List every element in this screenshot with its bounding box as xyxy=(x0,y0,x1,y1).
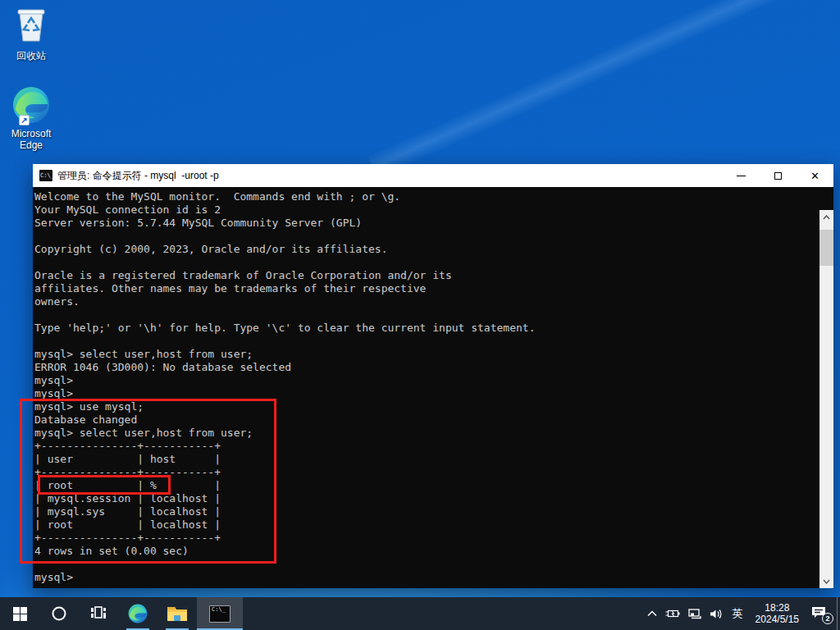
terminal-line: | mysql.session | localhost | xyxy=(34,492,819,505)
tray-network-icon[interactable] xyxy=(684,597,705,630)
show-desktop-button[interactable] xyxy=(837,597,840,630)
close-icon: ✕ xyxy=(810,171,819,181)
terminal-line: mysql> use mysql; xyxy=(34,400,819,413)
clock-date: 2024/5/15 xyxy=(756,614,799,625)
terminal-line: +---------------+-----------+ xyxy=(34,466,819,479)
maximize-icon xyxy=(774,172,782,180)
recycle-bin-icon xyxy=(0,5,62,48)
tray-clock[interactable]: 18:28 2024/5/15 xyxy=(749,597,806,630)
speaker-icon xyxy=(710,609,723,619)
desktop: 回收站 ↗ Microsoft Edge C: xyxy=(0,0,840,630)
edge-icon: ↗ xyxy=(11,84,52,126)
taskbar-cmd-button[interactable]: C:\_ xyxy=(197,597,243,630)
terminal-line xyxy=(34,230,819,243)
close-button[interactable]: ✕ xyxy=(797,164,833,187)
window-title: 管理员: 命令提示符 - mysql -uroot -p xyxy=(57,169,723,183)
scrollbar-thumb[interactable] xyxy=(819,230,833,266)
chevron-up-icon xyxy=(647,610,657,617)
terminal-line: Server version: 5.7.44 MySQL Community S… xyxy=(34,217,819,230)
terminal-line: | user | host | xyxy=(34,453,819,466)
tray-ime-indicator[interactable]: 英 xyxy=(727,597,749,630)
terminal-line: Your MySQL connection id is 2 xyxy=(34,203,819,217)
action-center-button[interactable]: 2 xyxy=(806,597,837,630)
taskbar-edge-button[interactable] xyxy=(118,597,158,630)
tray-volume-icon[interactable] xyxy=(705,597,727,630)
terminal-line: Copyright (c) 2000, 2023, Oracle and/or … xyxy=(34,243,819,256)
chevron-down-icon xyxy=(823,579,830,584)
desktop-icon-edge[interactable]: ↗ Microsoft Edge xyxy=(0,84,62,151)
window-titlebar[interactable]: C:\_ 管理员: 命令提示符 - mysql -uroot -p ✕ xyxy=(33,164,833,187)
tray-power-icon[interactable] xyxy=(661,597,684,630)
cmd-icon: C:\_ xyxy=(209,605,231,623)
terminal-line: +---------------+-----------+ xyxy=(34,532,819,545)
terminal-line: Type 'help;' or '\h' for help. Type '\c'… xyxy=(34,322,819,335)
terminal-line: mysql> select user,host from user; xyxy=(34,348,819,361)
terminal-line: Oracle is a registered trademark of Orac… xyxy=(34,269,819,282)
desktop-icon-recycle-bin[interactable]: 回收站 xyxy=(0,5,62,62)
terminal-output: Welcome to the MySQL monitor. Commands e… xyxy=(34,190,819,588)
notification-count-badge: 2 xyxy=(822,613,833,624)
taskbar-file-explorer-button[interactable] xyxy=(158,597,197,630)
terminal-line: mysql> select user,host from user; xyxy=(34,427,819,440)
chevron-up-icon xyxy=(823,215,830,220)
terminal-line: 4 rows in set (0.00 sec) xyxy=(34,545,819,558)
vertical-scrollbar[interactable] xyxy=(819,210,833,588)
desktop-icon-label: 回收站 xyxy=(0,50,62,62)
terminal-line: owners. xyxy=(34,295,819,308)
search-circle-icon xyxy=(51,605,67,622)
terminal-line: ERROR 1046 (3D000): No database selected xyxy=(34,361,819,374)
system-tray: 英 18:28 2024/5/15 2 xyxy=(643,597,840,630)
terminal-line xyxy=(34,256,819,269)
terminal-line xyxy=(34,335,819,348)
taskbar: C:\_ xyxy=(0,597,840,630)
terminal-line xyxy=(34,308,819,322)
shortcut-arrow-icon: ↗ xyxy=(19,115,30,126)
terminal-line: | root | % | xyxy=(34,479,819,492)
ethernet-icon xyxy=(688,609,701,619)
terminal-line xyxy=(34,558,819,571)
start-button[interactable] xyxy=(0,597,39,630)
file-explorer-icon xyxy=(167,605,188,623)
terminal-line: affiliates. Other names may be trademark… xyxy=(34,282,819,295)
task-view-icon xyxy=(90,606,107,621)
search-button[interactable] xyxy=(39,597,79,630)
terminal-line: mysql> xyxy=(34,387,819,400)
terminal-body[interactable]: Welcome to the MySQL monitor. Commands e… xyxy=(33,187,833,588)
windows-logo-icon xyxy=(13,607,27,621)
tray-chevron-button[interactable] xyxy=(643,597,661,630)
battery-plug-icon xyxy=(665,609,680,619)
edge-icon xyxy=(127,603,148,624)
minimize-icon xyxy=(737,176,746,176)
cmd-window-icon: C:\_ xyxy=(39,170,52,181)
terminal-line: mysql> xyxy=(34,374,819,387)
terminal-line: +---------------+-----------+ xyxy=(34,440,819,453)
terminal-line: Welcome to the MySQL monitor. Commands e… xyxy=(34,190,819,203)
minimize-button[interactable] xyxy=(723,164,760,187)
terminal-line: Database changed xyxy=(34,413,819,427)
terminal-line: | mysql.sys | localhost | xyxy=(34,505,819,518)
task-view-button[interactable] xyxy=(79,597,118,630)
terminal-line: mysql> xyxy=(34,571,819,584)
scroll-up-button[interactable] xyxy=(819,210,833,224)
cmd-window: C:\_ 管理员: 命令提示符 - mysql -uroot -p ✕ Welc… xyxy=(33,164,833,588)
terminal-line: | root | localhost | xyxy=(34,518,819,532)
desktop-icon-label: Microsoft Edge xyxy=(0,128,62,151)
clock-time: 18:28 xyxy=(765,602,789,614)
maximize-button[interactable] xyxy=(760,164,797,187)
scroll-down-button[interactable] xyxy=(819,574,833,588)
